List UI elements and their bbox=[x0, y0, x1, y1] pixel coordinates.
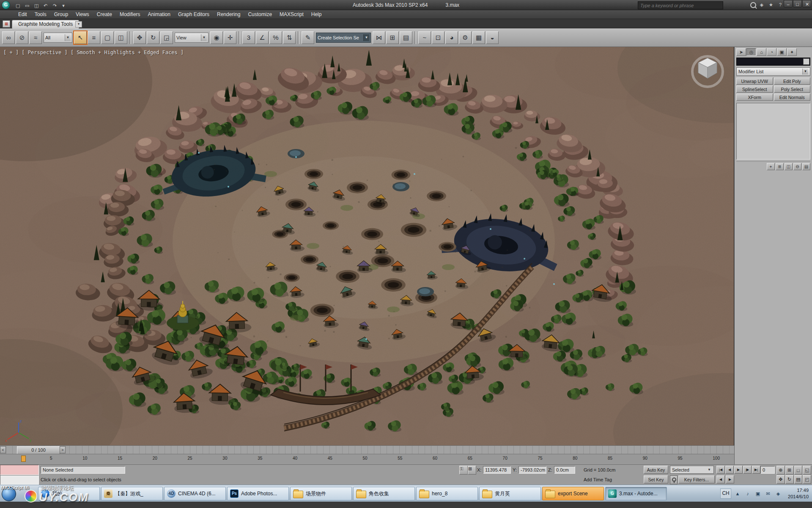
time-slider-handle[interactable]: 0 / 100 bbox=[17, 446, 60, 454]
modify-tab-icon[interactable]: ◎ bbox=[746, 48, 756, 56]
select-and-scale-icon[interactable]: ◲ bbox=[160, 31, 173, 44]
infocenter-search-input[interactable] bbox=[638, 1, 723, 9]
auto-key-button[interactable]: Auto Key bbox=[644, 466, 668, 474]
previous-frame-button[interactable]: ◀ bbox=[725, 466, 734, 474]
selected-set-dropdown[interactable]: Selected▼ bbox=[670, 466, 714, 474]
curve-editor-icon[interactable]: ~ bbox=[418, 31, 431, 44]
menu-item[interactable]: MAXScript bbox=[276, 11, 307, 18]
language-indicator[interactable]: CH bbox=[720, 489, 731, 499]
play-button[interactable]: ▶ bbox=[734, 466, 743, 474]
zoom-all-icon[interactable]: ⊞ bbox=[785, 466, 794, 475]
select-by-name-icon[interactable]: ≡ bbox=[88, 31, 100, 44]
window-crossing-icon[interactable]: ◫ bbox=[115, 31, 127, 44]
reference-coordinate-system-dropdown[interactable]: View▼ bbox=[175, 33, 208, 43]
object-color-swatch[interactable] bbox=[803, 58, 809, 65]
communication-center-icon[interactable]: ◈ bbox=[758, 1, 765, 8]
menu-item[interactable]: Customize bbox=[244, 11, 276, 18]
viewport-label[interactable]: [ + ] [ Perspective ] [ Smooth + Highlig… bbox=[3, 50, 184, 55]
unlink-selection-icon[interactable]: ⊘ bbox=[16, 31, 28, 44]
rendered-frame-window-icon[interactable]: ▦ bbox=[472, 31, 485, 44]
menu-item[interactable]: Help bbox=[307, 11, 326, 18]
y-coordinate-field[interactable]: -7993.02cm bbox=[518, 466, 546, 474]
field-of-view-icon[interactable]: ▤ bbox=[794, 475, 803, 484]
configure-modifier-sets-icon[interactable]: ▤ bbox=[802, 163, 810, 170]
hierarchy-tab-icon[interactable]: ⌂ bbox=[757, 48, 766, 56]
perspective-viewport[interactable]: [ + ] [ Perspective ] [ Smooth + Highlig… bbox=[0, 47, 734, 445]
select-and-link-icon[interactable]: ∞ bbox=[2, 31, 15, 44]
material-editor-icon[interactable]: ◕ bbox=[445, 31, 458, 44]
display-tab-icon[interactable]: ▣ bbox=[777, 48, 787, 56]
go-to-end-button[interactable]: ▶| bbox=[752, 466, 760, 474]
key-step-back-button[interactable]: ◀ bbox=[716, 475, 725, 483]
key-filters-button[interactable]: Key Filters... bbox=[678, 475, 715, 483]
rectangular-selection-region-icon[interactable]: ▢ bbox=[101, 31, 114, 44]
key-step-forward-button[interactable]: ▶ bbox=[726, 475, 734, 483]
save-file-icon[interactable]: ◫ bbox=[31, 1, 40, 9]
bind-to-space-warp-icon[interactable]: ≈ bbox=[29, 31, 42, 44]
absolute-mode-icon[interactable]: ⊞ bbox=[468, 466, 476, 475]
next-frame-button[interactable]: |▶ bbox=[743, 466, 752, 474]
viewport-canvas[interactable] bbox=[0, 47, 734, 445]
current-frame-field[interactable]: 0 bbox=[760, 466, 775, 474]
close-button[interactable]: ✕ bbox=[802, 0, 811, 8]
maxscript-mini-listener[interactable] bbox=[0, 475, 39, 485]
object-name-field[interactable] bbox=[736, 58, 810, 66]
minimize-button[interactable]: – bbox=[784, 0, 793, 8]
use-pivot-point-center-icon[interactable]: ◉ bbox=[210, 31, 223, 44]
zoom-region-icon[interactable]: ◱ bbox=[803, 466, 811, 475]
security-icon[interactable]: ◈ bbox=[774, 490, 782, 497]
viewcube[interactable] bbox=[688, 50, 727, 89]
menu-item[interactable]: Modifiers bbox=[116, 11, 144, 18]
remove-modifier-icon[interactable]: ⊖ bbox=[793, 163, 801, 170]
timeline-key-marker[interactable] bbox=[21, 456, 26, 462]
open-file-icon[interactable]: ▭ bbox=[22, 1, 30, 9]
maxscript-macro-recorder[interactable] bbox=[0, 465, 39, 475]
modifier-shortcut-button[interactable]: SplineSelect bbox=[736, 86, 773, 93]
timeline-ruler[interactable]: 5101520253035404550556065707580859095100 bbox=[0, 454, 734, 464]
pan-icon[interactable]: ✥ bbox=[776, 475, 785, 484]
select-and-move-icon[interactable]: ✥ bbox=[133, 31, 146, 44]
tab-graphite-modeling-tools[interactable]: Graphite Modeling Tools bbox=[12, 20, 79, 29]
menu-item[interactable]: Edit bbox=[14, 11, 31, 18]
menu-item[interactable]: Graph Editors bbox=[174, 11, 213, 18]
key-mode-icon[interactable] bbox=[670, 475, 678, 484]
new-file-icon[interactable]: ▢ bbox=[13, 1, 21, 9]
3dsmax-logo-icon[interactable]: G bbox=[2, 1, 10, 9]
render-production-icon[interactable]: ◒ bbox=[486, 31, 499, 44]
previous-frame-arrow[interactable]: < bbox=[0, 446, 6, 453]
menu-item[interactable]: Create bbox=[93, 11, 116, 18]
pin-stack-icon[interactable]: ⌖ bbox=[767, 163, 775, 170]
modifier-shortcut-button[interactable]: XForm bbox=[736, 94, 773, 101]
menu-item[interactable]: Tools bbox=[31, 11, 50, 18]
z-coordinate-field[interactable]: 0.0cm bbox=[554, 466, 575, 474]
time-slider-track[interactable]: < 0 / 100 > bbox=[0, 445, 734, 454]
edit-named-selection-sets-icon[interactable]: ✎ bbox=[302, 31, 314, 44]
select-and-manipulate-icon[interactable]: ✛ bbox=[224, 31, 236, 44]
ribbon-min-icon[interactable]: ▦ bbox=[3, 20, 10, 28]
menu-item[interactable]: Group bbox=[50, 11, 72, 18]
selection-lock-icon[interactable]: ⚿ bbox=[459, 466, 468, 475]
modifier-shortcut-button[interactable]: Edit Poly bbox=[774, 77, 811, 85]
taskbar-item[interactable]: 角色收集 bbox=[353, 487, 415, 500]
taskbar-item[interactable]: 场景物件 bbox=[290, 487, 352, 500]
next-frame-arrow[interactable]: > bbox=[60, 446, 66, 453]
search-icon[interactable] bbox=[750, 2, 756, 8]
utilities-tab-icon[interactable]: ✦ bbox=[787, 48, 797, 56]
quick-access-dropdown-icon[interactable]: ▾ bbox=[59, 1, 68, 9]
motion-tab-icon[interactable]: ◔ bbox=[767, 48, 776, 56]
set-key-button[interactable]: Set Key bbox=[644, 475, 668, 483]
redo-icon[interactable]: ↷ bbox=[50, 1, 58, 9]
selection-filter-dropdown[interactable]: All▼ bbox=[44, 33, 72, 43]
schematic-view-icon[interactable]: ⊡ bbox=[432, 31, 444, 44]
select-and-rotate-icon[interactable]: ↻ bbox=[147, 31, 159, 44]
taskbar-item[interactable]: Ps Adobe Photos... bbox=[227, 487, 289, 500]
select-object-icon[interactable]: ↖ bbox=[74, 31, 87, 44]
taskbar-item[interactable]: G 3.max - Autode... bbox=[605, 487, 667, 500]
ribbon-expand-icon[interactable]: ▾ bbox=[75, 21, 82, 28]
render-setup-icon[interactable]: ⚙ bbox=[459, 31, 472, 44]
layer-manager-icon[interactable]: ▤ bbox=[400, 31, 412, 44]
go-to-start-button[interactable]: |◀ bbox=[716, 466, 725, 474]
align-icon[interactable]: ⊞ bbox=[386, 31, 399, 44]
zoom-icon[interactable]: ⊕ bbox=[776, 466, 785, 475]
orbit-icon[interactable]: ↻ bbox=[785, 475, 794, 484]
